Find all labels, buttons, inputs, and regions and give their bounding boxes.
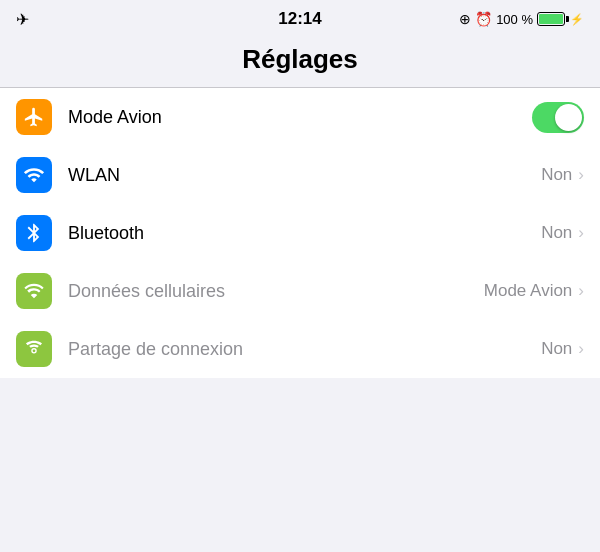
toggle-knob [555,104,582,131]
wlan-icon-wrap [16,157,52,193]
airplane-icon [23,106,45,128]
row-partage-connexion[interactable]: Partage de connexion Non › [0,320,600,378]
status-bar: ✈ 12:14 ⊕ ⏰ 100 % ⚡ [0,0,600,36]
partage-connexion-value: Non [541,339,572,359]
status-right: ⊕ ⏰ 100 % ⚡ [459,11,584,27]
bluetooth-icon-wrap [16,215,52,251]
battery-percent: 100 % [496,12,533,27]
mode-avion-toggle[interactable] [532,102,584,133]
partage-connexion-label: Partage de connexion [68,339,541,360]
settings-group: Mode Avion WLAN Non › Bluetooth Non › [0,88,600,378]
hotspot-icon [23,338,45,360]
wlan-chevron: › [578,165,584,185]
wlan-value: Non [541,165,572,185]
row-mode-avion[interactable]: Mode Avion [0,88,600,146]
donnees-cellulaires-value: Mode Avion [484,281,573,301]
hotspot-icon-wrap [16,331,52,367]
cellular-icon [23,280,45,302]
bluetooth-label: Bluetooth [68,223,541,244]
row-donnees-cellulaires[interactable]: Données cellulaires Mode Avion › [0,262,600,320]
charging-icon: ⚡ [570,13,584,26]
battery-indicator [537,12,565,26]
wifi-icon [23,164,45,186]
row-bluetooth[interactable]: Bluetooth Non › [0,204,600,262]
wlan-label: WLAN [68,165,541,186]
partage-connexion-chevron: › [578,339,584,359]
lock-rotation-icon: ⊕ [459,11,471,27]
bluetooth-chevron: › [578,223,584,243]
bottom-space [0,378,600,396]
cell-icon-wrap [16,273,52,309]
mode-avion-icon-wrap [16,99,52,135]
status-left: ✈ [16,10,29,29]
status-time: 12:14 [278,9,321,29]
row-wlan[interactable]: WLAN Non › [0,146,600,204]
bluetooth-icon [23,222,45,244]
donnees-cellulaires-label: Données cellulaires [68,281,484,302]
battery-fill [539,14,563,24]
donnees-cellulaires-chevron: › [578,281,584,301]
airplane-mode-icon: ✈ [16,10,29,29]
alarm-icon: ⏰ [475,11,492,27]
bluetooth-value: Non [541,223,572,243]
mode-avion-label: Mode Avion [68,107,532,128]
page-title: Réglages [0,36,600,87]
